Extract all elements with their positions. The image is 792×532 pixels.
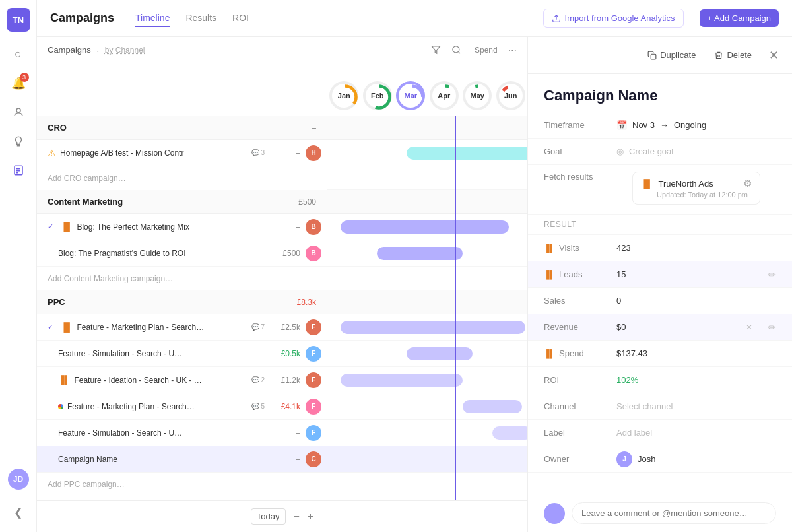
add-content-campaign-button[interactable]: Add Content Marketing campaign…	[37, 267, 327, 290]
commenter-avatar	[544, 503, 565, 524]
import-google-button[interactable]: Import from Google Analytics	[543, 9, 684, 28]
campaign-spend: £500	[267, 249, 300, 258]
revenue-label: Revenue	[544, 322, 616, 332]
user-avatar[interactable]: JD	[8, 469, 29, 490]
campaign-name: Feature - Marketing Plan - Search…	[67, 402, 251, 411]
settings-icon[interactable]: ⚙	[743, 178, 752, 189]
gantt-bar	[341, 220, 509, 234]
gantt-group-row	[327, 190, 527, 214]
lightbulb-icon[interactable]	[7, 129, 30, 153]
group-cro-spend: –	[312, 123, 316, 133]
fetch-card: ▐▌ TrueNorth Ads ⚙ Updated: Today at 12:…	[632, 172, 760, 205]
duplicate-label: Duplicate	[660, 50, 696, 60]
campaign-row[interactable]: Blog: The Pragmatist's Guide to ROI £500…	[37, 240, 327, 267]
fetch-source-name: TrueNorth Ads	[658, 179, 738, 189]
bell-icon[interactable]: 🔔 3	[7, 71, 30, 95]
campaign-spend: –	[267, 428, 300, 438]
comment-badge: 💬 2	[251, 376, 265, 383]
main-content: Campaigns Timeline Results ROI Import fr…	[37, 0, 792, 532]
sort-icon[interactable]: ↓	[96, 46, 100, 53]
revenue-row: Revenue $0 ✏ ✕	[528, 314, 792, 341]
comment-input[interactable]	[572, 502, 776, 524]
month-jun-donut: Jun	[496, 81, 525, 110]
month-may-donut: May	[463, 81, 492, 110]
campaign-row[interactable]: ⚠ Homepage A/B test - Mission Contr 💬 3 …	[37, 140, 327, 166]
today-button[interactable]: Today	[251, 508, 286, 525]
delete-label: Delete	[727, 50, 752, 60]
tab-timeline[interactable]: Timeline	[135, 10, 170, 27]
revenue-close-button[interactable]: ✕	[746, 323, 752, 332]
person-icon[interactable]	[7, 100, 30, 124]
spend-row: ▐▌ Spend $137.43	[528, 341, 792, 367]
timeline-footer: Today − +	[37, 500, 527, 532]
notification-badge: 3	[20, 73, 29, 82]
gantt-bar	[407, 347, 473, 360]
visits-value: 423	[616, 243, 776, 253]
gantt-bar	[492, 426, 527, 440]
gantt-bar	[341, 321, 525, 334]
bar-chart-icon: ▐▌	[61, 222, 73, 232]
gantt-group-row	[327, 290, 527, 314]
gantt-row	[327, 393, 527, 420]
campaign-row[interactable]: Feature - Marketing Plan - Search… 💬 5 £…	[37, 393, 327, 420]
sales-row: Sales 0	[528, 288, 792, 314]
panel-close-button[interactable]: ✕	[769, 48, 779, 63]
gantt-add-row	[327, 473, 527, 496]
campaign-list: CRO – ⚠ Homepage A/B test - Mission Cont…	[37, 63, 327, 500]
campaign-row[interactable]: Feature - Simulation - Search - U… – F	[37, 420, 327, 446]
document-icon[interactable]	[7, 158, 30, 182]
add-cro-campaign-button[interactable]: Add CRO campaign…	[37, 166, 327, 190]
app-avatar[interactable]: TN	[7, 8, 30, 32]
owner-label: Owner	[544, 454, 616, 464]
search-icon[interactable]	[451, 45, 461, 55]
by-channel-label[interactable]: by Channel	[105, 46, 145, 55]
revenue-edit-button[interactable]: ✏	[768, 322, 776, 333]
gantt-area: Jan Feb	[327, 63, 527, 500]
tab-roi[interactable]: ROI	[232, 10, 249, 27]
gantt-row	[327, 446, 527, 473]
filter-icon[interactable]	[431, 45, 441, 55]
right-panel: Duplicate Delete ✕ Campaign Name Timefra…	[528, 37, 792, 532]
campaign-row[interactable]: Feature - Simulation - Search - U… £0.5k…	[37, 341, 327, 367]
add-ppc-campaign-button[interactable]: Add PPC campaign…	[37, 473, 327, 496]
duplicate-button[interactable]: Duplicate	[641, 47, 702, 63]
gantt-rows	[327, 116, 527, 496]
gantt-bar	[377, 247, 463, 260]
campaign-row-selected[interactable]: Campaign Name – C	[37, 446, 327, 473]
group-content-name: Content Marketing	[48, 197, 123, 207]
check-icon: ✓	[48, 222, 58, 231]
channel-label: Channel	[544, 401, 616, 411]
fetch-updated-text: Updated: Today at 12:00 pm	[641, 191, 752, 199]
add-campaign-button[interactable]: + Add Campaign	[700, 9, 779, 27]
channel-select[interactable]: Select channel	[616, 401, 776, 411]
timeframe-value[interactable]: 📅 Nov 3 → Ongoing	[616, 120, 776, 130]
more-options-button[interactable]: ···	[508, 44, 517, 56]
collapse-sidebar-button[interactable]: ❮	[7, 500, 30, 524]
campaign-name: Feature - Simulation - Search - U…	[58, 428, 267, 438]
campaign-name: Blog: The Pragmatist's Guide to ROI	[58, 249, 267, 258]
campaign-avatar: B	[306, 219, 321, 235]
tab-results[interactable]: Results	[185, 10, 216, 27]
owner-avatar: J	[616, 451, 632, 467]
truenorth-ads-icon: ▐▌	[641, 179, 653, 189]
google-ads-icon	[58, 404, 63, 409]
campaign-row[interactable]: ▐▌ Feature - Ideation - Search - UK - … …	[37, 367, 327, 393]
gantt-row	[327, 420, 527, 446]
campaign-spend: £2.5k	[267, 323, 300, 332]
visits-row: ▐▌ Visits 423	[528, 235, 792, 261]
campaign-name: Homepage A/B test - Mission Contr	[60, 149, 251, 158]
circle-icon[interactable]: ○	[7, 42, 30, 66]
campaign-row[interactable]: ✓ ▐▌ Blog: The Perfect Marketing Mix – B	[37, 214, 327, 240]
campaign-row[interactable]: ✓ ▐▌ Feature - Marketing Plan - Search… …	[37, 314, 327, 341]
month-feb-donut: Feb	[363, 81, 392, 110]
leads-edit-button[interactable]: ✏	[768, 269, 776, 280]
bar-chart-icon: ▐▌	[61, 322, 73, 332]
campaign-avatar: F	[306, 425, 321, 441]
timeframe-row: Timeframe 📅 Nov 3 → Ongoing	[528, 112, 792, 139]
delete-button[interactable]: Delete	[708, 47, 758, 63]
label-value[interactable]: Add label	[616, 428, 776, 438]
zoom-in-button[interactable]: +	[308, 511, 314, 523]
zoom-out-button[interactable]: −	[294, 511, 300, 523]
campaign-avatar: F	[306, 372, 321, 388]
goal-value[interactable]: ◎ Create goal	[616, 147, 776, 156]
